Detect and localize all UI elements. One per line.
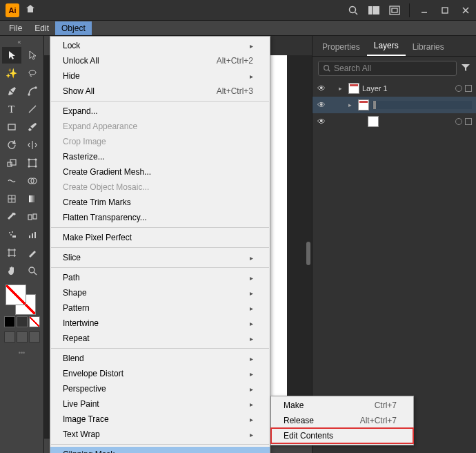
magic-wand-tool[interactable]: ✨: [2, 65, 21, 81]
blend-tool[interactable]: [23, 209, 42, 225]
submenu-item[interactable]: MakeCtrl+7: [271, 398, 413, 413]
svg-point-0: [350, 6, 356, 12]
close-button[interactable]: [457, 1, 475, 19]
tools-more-icon[interactable]: •••: [19, 349, 25, 356]
menu-item[interactable]: Slice: [50, 250, 270, 265]
menu-item[interactable]: Shape: [50, 285, 270, 300]
hand-tool[interactable]: [2, 262, 21, 279]
layer-row[interactable]: 👁▸: [313, 97, 476, 113]
column-graph-tool[interactable]: [23, 226, 42, 243]
selection-tool[interactable]: [2, 47, 21, 64]
menu-edit[interactable]: Edit: [28, 21, 55, 35]
svg-point-25: [10, 234, 12, 235]
menu-item[interactable]: Envelope Distort: [50, 366, 270, 381]
rectangle-tool[interactable]: [2, 119, 21, 135]
curvature-tool[interactable]: [23, 83, 42, 99]
shape-builder-tool[interactable]: [23, 173, 42, 189]
fill-stroke-swatch[interactable]: [3, 285, 41, 315]
menu-item[interactable]: Live Paint: [50, 396, 270, 412]
visibility-icon[interactable]: 👁: [317, 117, 326, 126]
draw-mode-row[interactable]: [4, 331, 40, 343]
eyedropper-tool[interactable]: [2, 209, 21, 225]
artboard-tool[interactable]: [2, 244, 21, 261]
svg-rect-10: [8, 162, 12, 166]
menu-item[interactable]: Flatten Transparency...: [50, 210, 270, 225]
zoom-tool[interactable]: [23, 262, 42, 279]
menu-item[interactable]: Clipping Mask: [50, 447, 270, 453]
selection-indicator: [465, 85, 472, 92]
reflect-tool[interactable]: [23, 137, 42, 153]
menu-item[interactable]: Perspective: [50, 381, 270, 396]
workspace-icon[interactable]: [365, 1, 383, 19]
menu-item: Expand Appearance: [50, 119, 270, 134]
layer-thumb: [358, 99, 369, 110]
submenu-item[interactable]: ReleaseAlt+Ctrl+7: [271, 413, 413, 428]
submenu-item[interactable]: Edit Contents: [271, 428, 413, 443]
menu-item[interactable]: Pattern: [50, 300, 270, 316]
direct-selection-tool[interactable]: [23, 47, 42, 64]
scale-tool[interactable]: [2, 155, 21, 171]
svg-rect-27: [29, 235, 30, 238]
rotate-tool[interactable]: [2, 137, 21, 153]
svg-rect-26: [12, 235, 16, 238]
scrollbar-thumb[interactable]: [306, 242, 310, 265]
pen-tool[interactable]: [2, 83, 21, 99]
tab-libraries[interactable]: Libraries: [406, 38, 451, 56]
layer-name[interactable]: [372, 101, 472, 109]
layers-list: 👁▸Layer 1👁▸👁: [313, 80, 476, 130]
menu-item[interactable]: Unlock AllAlt+Ctrl+2: [50, 53, 270, 68]
search-icon[interactable]: [344, 1, 362, 19]
visibility-icon[interactable]: 👁: [317, 100, 326, 110]
menu-file[interactable]: File: [3, 21, 28, 35]
layer-thumb: [348, 83, 359, 94]
object-menu: LockUnlock AllAlt+Ctrl+2HideShow AllAlt+…: [50, 36, 270, 453]
lasso-tool[interactable]: [23, 65, 42, 81]
svg-point-23: [9, 232, 10, 233]
mesh-tool[interactable]: [2, 191, 21, 207]
menu-object[interactable]: Object: [55, 21, 92, 35]
menu-item[interactable]: Path: [50, 270, 270, 285]
menu-item[interactable]: Create Trim Marks: [50, 195, 270, 210]
expand-icon[interactable]: ▸: [348, 102, 355, 108]
type-tool[interactable]: T: [2, 101, 21, 117]
layer-row[interactable]: 👁: [313, 113, 476, 130]
expand-icon[interactable]: ▸: [339, 85, 346, 92]
target-icon[interactable]: [455, 118, 462, 125]
home-icon[interactable]: [25, 3, 36, 17]
target-icon[interactable]: [455, 85, 462, 92]
symbol-sprayer-tool[interactable]: [2, 226, 21, 243]
menu-item[interactable]: Intertwine: [50, 316, 270, 331]
svg-rect-29: [34, 232, 36, 238]
menu-item[interactable]: Text Wrap: [50, 427, 270, 442]
tools-collapse-icon[interactable]: «: [18, 39, 26, 44]
menu-item[interactable]: Image Trace: [50, 412, 270, 427]
clipping-mask-submenu: MakeCtrl+7ReleaseAlt+Ctrl+7Edit Contents: [270, 396, 414, 445]
paintbrush-tool[interactable]: [23, 119, 42, 135]
svg-rect-2: [373, 6, 379, 15]
line-tool[interactable]: [23, 101, 42, 117]
arrange-icon[interactable]: [386, 1, 404, 19]
menu-item[interactable]: Expand...: [50, 104, 270, 119]
menu-item[interactable]: Rasterize...: [50, 149, 270, 164]
menu-item[interactable]: Blend: [50, 351, 270, 366]
layer-name[interactable]: Layer 1: [362, 84, 453, 93]
maximize-button[interactable]: [436, 1, 454, 19]
slice-tool[interactable]: [23, 244, 42, 261]
width-tool[interactable]: [2, 173, 21, 189]
gradient-tool[interactable]: [23, 191, 42, 207]
layer-row[interactable]: 👁▸Layer 1: [313, 80, 476, 97]
menu-item[interactable]: Hide: [50, 68, 270, 84]
filter-icon[interactable]: [461, 63, 470, 75]
tab-properties[interactable]: Properties: [315, 38, 367, 56]
minimize-button[interactable]: [415, 1, 433, 19]
menu-item[interactable]: Repeat: [50, 331, 270, 346]
menu-item[interactable]: Create Gradient Mesh...: [50, 164, 270, 180]
tab-layers[interactable]: Layers: [367, 37, 406, 56]
layers-search[interactable]: Search All: [318, 61, 457, 76]
color-mode-row[interactable]: [4, 316, 40, 327]
menu-item[interactable]: Lock: [50, 38, 270, 53]
menu-item[interactable]: Make Pixel Perfect: [50, 230, 270, 245]
menu-item[interactable]: Show AllAlt+Ctrl+3: [50, 84, 270, 99]
visibility-icon[interactable]: 👁: [317, 84, 326, 93]
free-transform-tool[interactable]: [23, 155, 42, 171]
